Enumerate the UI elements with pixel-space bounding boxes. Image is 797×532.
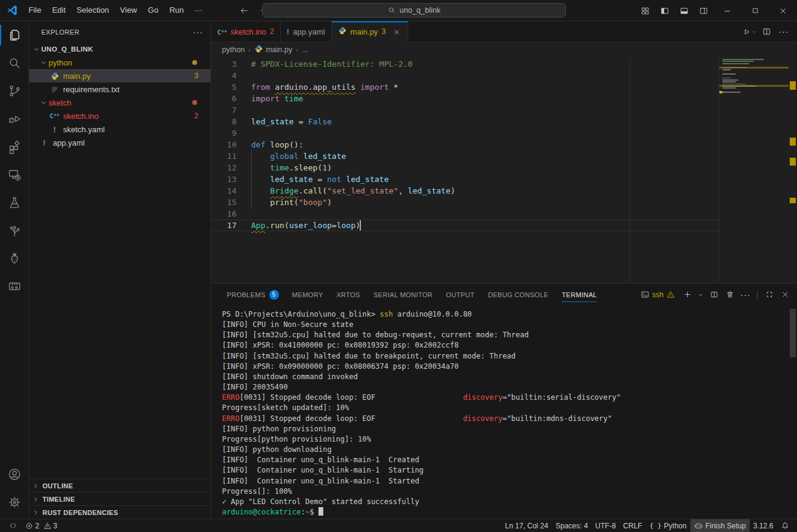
breadcrumb[interactable]: python›main.py›... xyxy=(211,42,797,57)
terminal-output[interactable]: PS D:\Projects\Arduino\uno_q_blink> ssh … xyxy=(211,305,797,519)
status-encoding[interactable]: UTF-8 xyxy=(591,519,619,532)
explorer-actions-icon[interactable]: ··· xyxy=(193,27,203,37)
menu-view[interactable]: View xyxy=(115,3,143,18)
status-cursor-position[interactable]: Ln 17, Col 24 xyxy=(502,519,552,532)
command-center-search[interactable]: uno_q_blink xyxy=(262,3,566,18)
terminal-line-16: [INFO] Container uno_q_blink-main-1 Star… xyxy=(222,465,797,476)
status-indentation[interactable]: Spaces: 4 xyxy=(552,519,591,532)
status-finish-setup[interactable]: Finish Setup xyxy=(690,519,750,532)
split-editor-icon[interactable] xyxy=(759,24,774,39)
ruler-col-80 xyxy=(630,57,630,283)
menu-file[interactable]: File xyxy=(23,3,47,18)
menu-moremoremore[interactable]: ··· xyxy=(189,3,208,18)
editor-more-actions-icon[interactable]: ··· xyxy=(776,24,791,39)
breadcrumb-item[interactable]: main.py xyxy=(254,44,292,55)
terminal-dropdown-icon[interactable] xyxy=(696,288,705,302)
editor-tab-app-yaml[interactable]: !app.yaml xyxy=(281,21,332,42)
title-bar: FileEditSelectionViewGoRun··· uno_q_blin… xyxy=(0,0,797,21)
tree-item-sketch-ino[interactable]: C++sketch.ino2 xyxy=(29,109,210,123)
nav-back-button[interactable] xyxy=(236,3,252,18)
panel-tab-output[interactable]: OUTPUT xyxy=(441,284,479,305)
toggle-sidebar-icon[interactable] xyxy=(655,0,674,21)
activity-item-dev-board[interactable] xyxy=(0,272,29,300)
activity-item-raspberry-pi[interactable] xyxy=(0,244,29,272)
tree-item-app-yaml[interactable]: !app.yaml xyxy=(29,136,210,149)
remote-indicator[interactable] xyxy=(5,519,21,532)
terminal-scrollbar[interactable] xyxy=(790,309,796,357)
activity-item-accounts[interactable] xyxy=(0,460,29,488)
overview-ruler[interactable] xyxy=(789,57,797,283)
extensions-icon xyxy=(7,140,22,154)
problems-dot-badge xyxy=(192,60,197,65)
tree-item-sketch[interactable]: sketch xyxy=(29,96,210,109)
terminal-instance-ssh[interactable]: ssh xyxy=(641,290,675,299)
maximize-button[interactable] xyxy=(741,0,769,21)
status-notifications[interactable] xyxy=(777,519,793,532)
chevron-down-icon xyxy=(39,58,49,67)
activity-item-run-and-debug[interactable] xyxy=(0,105,29,133)
tree-item-sketch-yaml[interactable]: !sketch.yaml xyxy=(29,123,210,136)
overview-warning-mark xyxy=(790,158,796,166)
status-label: Ln 17, Col 24 xyxy=(505,522,548,530)
editor-tab-main-py[interactable]: main.py3 xyxy=(332,21,408,42)
toggle-panel-icon[interactable] xyxy=(674,0,694,21)
menu-go[interactable]: Go xyxy=(143,3,164,18)
activity-item-extensions[interactable] xyxy=(0,133,29,161)
editor-tab-sketch-ino[interactable]: C++sketch.ino2 xyxy=(211,21,281,42)
activity-item-remote-explorer[interactable] xyxy=(0,161,29,189)
run-python-file-button[interactable] xyxy=(742,24,757,39)
sidebar-section-timeline[interactable]: TIMELINE xyxy=(29,492,210,505)
search-value: uno_q_blink xyxy=(400,6,440,15)
activity-item-circuit-tools[interactable] xyxy=(0,217,29,244)
tree-item-requirements-txt[interactable]: requirements.txt xyxy=(29,82,210,96)
panel-tab-terminal[interactable]: TERMINAL xyxy=(557,284,602,305)
menu-selection[interactable]: Selection xyxy=(71,3,114,18)
problems-status[interactable]: 2 3 xyxy=(21,519,61,532)
panel-tab-debug-console[interactable]: DEBUG CONSOLE xyxy=(483,284,553,305)
tree-item-python[interactable]: python xyxy=(29,56,210,69)
terminal-line-1: PS D:\Projects\Arduino\uno_q_blink> ssh … xyxy=(222,309,797,320)
toggle-secondary-sidebar-icon[interactable] xyxy=(694,0,713,21)
activity-item-search[interactable] xyxy=(0,49,29,77)
minimize-button[interactable] xyxy=(713,0,741,21)
breadcrumb-item[interactable]: python xyxy=(222,45,245,54)
tree-item-main-py[interactable]: main.py3 xyxy=(29,69,210,82)
line-number: 3 xyxy=(211,58,237,70)
new-terminal-button[interactable] xyxy=(680,288,694,302)
status-bar: 2 3 Ln 17, Col 24Spaces: 4UTF-8CRLF{ }Py… xyxy=(0,519,797,532)
warnings-icon xyxy=(43,522,52,530)
section-label: RUST DEPENDENCIES xyxy=(42,509,118,516)
panel-tab-xrtos[interactable]: XRTOS xyxy=(332,284,365,305)
code-editor[interactable]: 3# SPDX-License-Identifier: MPL-2.045fro… xyxy=(211,57,797,283)
activity-item-testing[interactable] xyxy=(0,189,29,217)
menu-edit[interactable]: Edit xyxy=(47,3,71,18)
close-window-button[interactable] xyxy=(769,0,797,21)
kill-terminal-icon[interactable] xyxy=(722,288,737,302)
minimap[interactable] xyxy=(719,58,789,283)
panel-tab-memory[interactable]: MEMORY xyxy=(288,284,328,305)
panel-tab-problems[interactable]: PROBLEMS5 xyxy=(222,284,284,305)
customize-layout-icon[interactable] xyxy=(636,0,655,21)
sidebar-section-rust-dependencies[interactable]: RUST DEPENDENCIES xyxy=(29,505,210,519)
activity-item-settings[interactable] xyxy=(0,488,29,516)
code-line-3: 3# SPDX-License-Identifier: MPL-2.0 xyxy=(211,58,797,70)
close-panel-icon[interactable] xyxy=(778,288,792,302)
activity-item-source-control[interactable] xyxy=(0,77,29,105)
code-line-6: 6import time xyxy=(211,93,797,104)
close-tab-icon[interactable] xyxy=(392,27,402,36)
panel-tab-serial-monitor[interactable]: SERIAL MONITOR xyxy=(369,284,438,305)
status-python-version[interactable]: 3.12.6 xyxy=(750,519,777,532)
maximize-panel-icon[interactable] xyxy=(762,288,776,302)
tree-item-UNO_Q_BLINK[interactable]: UNO_Q_BLINK xyxy=(29,42,210,56)
status-language-mode[interactable]: { }Python xyxy=(646,519,690,532)
overview-warning-mark xyxy=(790,138,796,146)
editor-group: C++sketch.ino2!app.yamlmain.py3 ··· pyth… xyxy=(211,21,797,283)
activity-item-explorer[interactable] xyxy=(0,21,29,49)
sidebar-section-outline[interactable]: OUTLINE xyxy=(29,479,210,492)
split-terminal-icon[interactable] xyxy=(707,288,721,302)
breadcrumb-item[interactable]: ... xyxy=(302,45,308,54)
menu-run[interactable]: Run xyxy=(164,3,189,18)
panel-more-actions-icon[interactable]: ··· xyxy=(738,288,753,302)
terminal-line-15: [INFO] Container uno_q_blink-main-1 Crea… xyxy=(222,455,797,465)
status-eol[interactable]: CRLF xyxy=(619,519,645,532)
